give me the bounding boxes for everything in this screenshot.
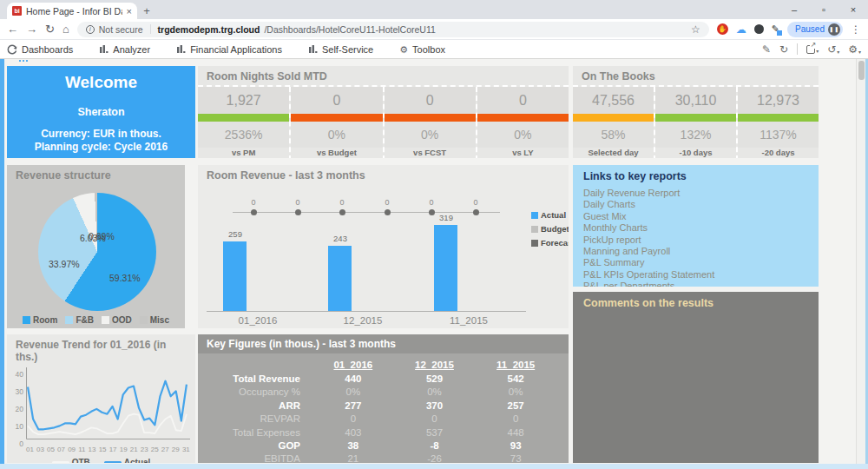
x-tick-label: 01: [26, 446, 34, 453]
table-cell: 0%: [475, 386, 556, 399]
table-cell: 0%: [394, 386, 476, 399]
kpi-label: vs PM: [198, 148, 289, 158]
kpi-status-bar: [738, 114, 819, 122]
kpi-tile: 1,9272536%vs PM: [198, 87, 289, 158]
report-link[interactable]: P&L KPIs Operating Statement: [573, 269, 819, 281]
widget-title: Room Revenue - last 3 months: [198, 165, 569, 184]
share-icon[interactable]: ▾: [806, 45, 819, 54]
info-icon[interactable]: i: [86, 25, 95, 34]
bar-legend: ActualBudgetForecast: [531, 210, 569, 252]
kpi-value: 12,973: [738, 87, 819, 114]
table-corner: [198, 357, 312, 373]
legend-swatch: [140, 316, 148, 324]
kpi-status-bar: [655, 114, 736, 122]
pen-extension-icon[interactable]: ✎: [772, 23, 779, 35]
menu-item-label: Toolbox: [412, 44, 445, 55]
currency-line: Currency: EUR in thous.: [7, 118, 195, 140]
x-tick-label: 19: [120, 446, 128, 453]
minimize-button[interactable]: –: [779, 0, 809, 19]
report-link[interactable]: P&L Summary: [573, 257, 819, 268]
kebab-menu-icon[interactable]: ⋮: [851, 23, 861, 36]
kpi-value: 30,110: [655, 87, 736, 114]
links-title: Links to key reports: [573, 165, 819, 188]
browser-tab[interactable]: bi Home Page - Infor BI Dashboard ×: [7, 3, 137, 19]
new-tab-button[interactable]: +: [137, 3, 156, 19]
menu-item-label: Dashboards: [22, 44, 73, 55]
legend-swatch: [531, 212, 538, 219]
report-link[interactable]: PickUp report: [573, 234, 819, 246]
kpi-status-bar: [573, 114, 654, 122]
legend-item: F&B: [65, 315, 94, 325]
forward-arrow-icon[interactable]: →: [26, 23, 37, 35]
table-cell: 257: [475, 400, 556, 413]
report-link[interactable]: Manning and Payroll: [573, 246, 819, 257]
links-panel: Links to key reports Daily Revenue Rerpo…: [573, 165, 819, 287]
table-cell: 21: [312, 452, 394, 463]
report-link[interactable]: Daily Revenue Rerport: [573, 188, 819, 199]
url-path: /Dashboards/HotelCoreU11-HotelCoreU11: [264, 24, 435, 35]
history-icon[interactable]: ↺▾: [827, 44, 839, 55]
dark-extension-icon[interactable]: [754, 24, 764, 34]
address-bar[interactable]: i Not secure trgdemodepm.trg.cloud /Dash…: [77, 22, 709, 37]
x-tick-label: 11: [78, 446, 85, 453]
hotel-name: Sheraton: [7, 92, 195, 118]
home-icon[interactable]: ⌂: [62, 23, 69, 35]
legend-label: OOD: [112, 315, 132, 325]
close-button[interactable]: ×: [838, 0, 868, 19]
tab-strip: bi Home Page - Infor BI Dashboard × + – …: [0, 0, 868, 19]
table-cell: 38: [312, 439, 394, 452]
kpi-label: -20 days: [738, 148, 819, 158]
back-arrow-icon[interactable]: ←: [7, 23, 18, 35]
bookmark-star-icon[interactable]: ☆: [691, 23, 700, 36]
kpi-tile: 00%vs LY: [476, 87, 569, 158]
legend-label: Misc: [150, 315, 169, 325]
menu-item-dashboards[interactable]: Dashboards: [7, 44, 73, 55]
kpi-percent: 1137%: [738, 122, 819, 148]
category-label: 11_2015: [430, 315, 508, 326]
reload-icon[interactable]: ↻: [45, 23, 55, 35]
drag-handle-icon: [19, 60, 28, 63]
cloud-extension-icon[interactable]: ☁: [736, 24, 746, 35]
menu-item-toolbox[interactable]: ⚙Toolbox: [399, 44, 445, 55]
menu-item-self-service[interactable]: Self-Service: [308, 44, 373, 55]
x-axis-labels: 01030507091113151719212325272931: [26, 444, 190, 453]
legend-label: F&B: [76, 315, 94, 325]
browser-window: bi Home Page - Infor BI Dashboard × + – …: [0, 0, 868, 469]
report-link[interactable]: P&L per Departments: [573, 281, 819, 287]
report-link[interactable]: Monthly Charts: [573, 222, 819, 234]
edit-pencil-icon[interactable]: ✎: [762, 44, 771, 55]
report-link[interactable]: Guest Mix: [573, 211, 819, 222]
page-scrollbar[interactable]: [856, 59, 865, 469]
column-header[interactable]: 01_2016: [312, 357, 394, 373]
column-header[interactable]: 12_2015: [394, 357, 476, 373]
column-header[interactable]: 11_2015: [475, 357, 556, 373]
red-extension-icon[interactable]: ✋: [717, 23, 728, 35]
kpi-percent: 0%: [291, 122, 382, 148]
table-cell: 537: [394, 426, 476, 439]
x-tick-label: 29: [172, 446, 180, 453]
settings-gear-icon[interactable]: ⚙▾: [848, 44, 861, 55]
maximize-button[interactable]: ▫: [809, 0, 838, 19]
legend-item: Forecast: [531, 238, 569, 248]
address-toolbar: ← → ↻ ⌂ i Not secure trgdemodepm.trg.clo…: [0, 19, 868, 40]
table-cell: 0: [394, 413, 476, 426]
report-link[interactable]: Daily Charts: [573, 199, 819, 210]
menu-item-financial-applications[interactable]: Financial Applications: [176, 44, 282, 55]
table-cell: 73: [475, 452, 556, 463]
x-tick-label: 17: [109, 446, 117, 453]
kpi-value: 1,927: [198, 87, 289, 114]
tab-title: Home Page - Infor BI Dashboard: [26, 6, 122, 17]
dashboard-toolbar: ✎ ↻ ▾ ↺▾ ⚙▾: [762, 43, 861, 55]
row-label: EBITDA: [198, 452, 312, 463]
profile-paused-pill[interactable]: Paused ❚❚: [787, 22, 843, 37]
kpi-label: Selected day: [573, 148, 654, 158]
comments-panel[interactable]: Comments on the results: [573, 292, 819, 463]
tab-close-icon[interactable]: ×: [127, 6, 132, 17]
pie-graphic: [38, 193, 156, 311]
scrollbar-thumb[interactable]: [858, 61, 865, 80]
security-label: Not secure: [99, 24, 143, 35]
menu-item-analyzer[interactable]: Analyzer: [99, 44, 150, 55]
menu-item-label: Financial Applications: [190, 44, 282, 55]
kpi-status-bar: [385, 114, 476, 122]
refresh-icon[interactable]: ↻: [779, 44, 788, 55]
